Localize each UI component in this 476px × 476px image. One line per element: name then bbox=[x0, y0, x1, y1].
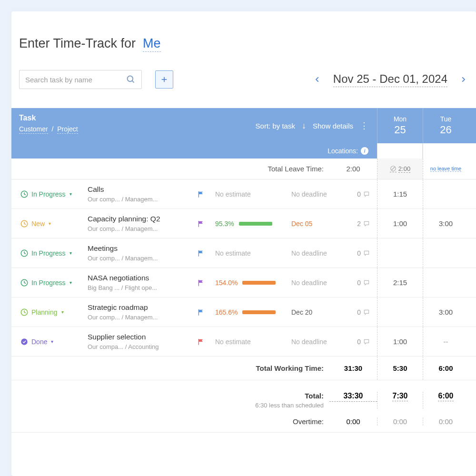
time-cell-mon[interactable]: 1:00 bbox=[377, 209, 423, 238]
comments[interactable]: 0 bbox=[348, 268, 377, 297]
grand-tue[interactable]: 6:00 bbox=[423, 392, 468, 409]
task-cell[interactable]: Capacity planning: Q2Our comp... / Manag… bbox=[88, 209, 197, 238]
time-cell-tue[interactable] bbox=[423, 238, 468, 268]
prev-week-icon[interactable] bbox=[312, 74, 323, 85]
deadline[interactable]: No deadline bbox=[291, 268, 348, 297]
grand-total[interactable]: 33:30 bbox=[329, 392, 377, 402]
show-details-toggle[interactable]: Show details bbox=[313, 122, 353, 130]
leave-mon[interactable]: 2:00 bbox=[377, 159, 423, 179]
status-selector[interactable]: In Progress▾ bbox=[11, 179, 88, 208]
comment-count: 0 bbox=[357, 308, 361, 316]
comments[interactable]: 2 bbox=[348, 209, 377, 238]
more-options-icon[interactable]: ⋮ bbox=[360, 120, 368, 131]
comment-icon bbox=[363, 250, 370, 257]
comments[interactable]: 0 bbox=[348, 327, 377, 356]
flag-cell[interactable] bbox=[197, 179, 215, 208]
target-selector[interactable]: Me bbox=[143, 36, 161, 52]
day-num: 25 bbox=[394, 124, 406, 136]
status-selector[interactable]: Done▾ bbox=[11, 327, 88, 356]
flag-cell[interactable] bbox=[197, 268, 215, 297]
flag-icon bbox=[197, 278, 205, 287]
chevron-down-icon: ▾ bbox=[69, 250, 72, 256]
time-cell-mon[interactable]: 2:15 bbox=[377, 268, 423, 297]
filter-project[interactable]: Project bbox=[57, 125, 78, 134]
deadline[interactable]: No deadline bbox=[291, 327, 348, 356]
grand-total-label: Total: bbox=[11, 392, 324, 400]
estimate-bar bbox=[242, 310, 276, 314]
comment-icon bbox=[363, 309, 370, 316]
status-selector[interactable]: New▾ bbox=[11, 209, 88, 238]
sort-direction-icon[interactable]: ↓ bbox=[302, 121, 306, 131]
flag-cell[interactable] bbox=[197, 209, 215, 238]
time-cell-tue[interactable] bbox=[423, 268, 468, 297]
chevron-down-icon: ▾ bbox=[61, 309, 64, 315]
task-name: Calls bbox=[88, 185, 197, 194]
time-cell-tue[interactable]: 3:00 bbox=[423, 298, 468, 327]
deadline[interactable]: Dec 20 bbox=[291, 298, 348, 327]
status-label: Planning bbox=[31, 308, 58, 316]
task-row: Done▾Supplier selectionOur compa... / Ac… bbox=[11, 327, 476, 357]
comment-icon bbox=[363, 338, 370, 345]
estimate-cell[interactable]: No estimate bbox=[215, 238, 291, 268]
status-icon bbox=[20, 219, 29, 228]
task-cell[interactable]: CallsOur comp... / Managem... bbox=[88, 179, 197, 208]
flag-icon bbox=[197, 249, 205, 258]
estimate-cell[interactable]: 154.0% bbox=[215, 268, 291, 297]
time-cell-mon[interactable]: 1:15 bbox=[377, 179, 423, 208]
filter-customer[interactable]: Customer bbox=[19, 125, 48, 134]
search-box[interactable] bbox=[19, 70, 142, 89]
task-name: NASA negotiations bbox=[88, 274, 197, 282]
flag-cell[interactable] bbox=[197, 327, 215, 356]
comment-count: 0 bbox=[357, 338, 361, 346]
estimate-cell[interactable]: 95.3% bbox=[215, 209, 291, 238]
sort-toggle[interactable]: Sort: by task bbox=[256, 122, 295, 130]
task-row: In Progress▾CallsOur comp... / Managem..… bbox=[11, 179, 476, 209]
estimate-cell[interactable]: No estimate bbox=[215, 179, 291, 208]
task-project: Our comp... / Managem... bbox=[88, 255, 197, 262]
next-week-icon[interactable] bbox=[458, 74, 468, 85]
search-icon[interactable] bbox=[126, 75, 136, 84]
day-header-mon[interactable]: Mon 25 bbox=[377, 108, 423, 143]
flag-cell[interactable] bbox=[197, 238, 215, 268]
info-icon[interactable]: i bbox=[361, 147, 368, 155]
estimate-cell[interactable]: No estimate bbox=[215, 327, 291, 356]
task-name: Meetings bbox=[88, 244, 197, 253]
time-cell-tue[interactable]: 3:00 bbox=[423, 209, 468, 238]
overtime-total: 0:00 bbox=[329, 417, 377, 426]
deadline[interactable]: Dec 05 bbox=[291, 209, 348, 238]
deadline[interactable]: No deadline bbox=[291, 179, 348, 208]
status-selector[interactable]: In Progress▾ bbox=[11, 238, 88, 268]
flag-icon bbox=[197, 308, 205, 317]
leave-tue[interactable]: no leave time bbox=[423, 159, 468, 179]
date-nav: Nov 25 - Dec 01, 2024 bbox=[312, 72, 468, 87]
time-cell-tue[interactable] bbox=[423, 179, 468, 208]
status-selector[interactable]: In Progress▾ bbox=[11, 268, 88, 297]
date-range[interactable]: Nov 25 - Dec 01, 2024 bbox=[333, 72, 447, 87]
grand-mon[interactable]: 7:30 bbox=[377, 392, 423, 409]
time-cell-mon[interactable] bbox=[377, 238, 423, 268]
time-cell-mon[interactable] bbox=[377, 298, 423, 327]
working-mon: 5:30 bbox=[377, 357, 423, 380]
time-cell-mon[interactable]: 1:00 bbox=[377, 327, 423, 356]
comments[interactable]: 0 bbox=[348, 298, 377, 327]
comments[interactable]: 0 bbox=[348, 179, 377, 208]
day-header-tue[interactable]: Tue 26 bbox=[423, 108, 468, 143]
svg-line-1 bbox=[132, 81, 134, 83]
task-row: In Progress▾MeetingsOur comp... / Manage… bbox=[11, 238, 476, 268]
task-cell[interactable]: NASA negotiationsBig Bang ... / Flight o… bbox=[88, 268, 197, 297]
task-cell[interactable]: Strategic roadmapOur comp... / Managem..… bbox=[88, 298, 197, 327]
task-cell[interactable]: Supplier selectionOur compa... / Account… bbox=[88, 327, 197, 356]
time-cell-tue[interactable]: -- bbox=[423, 327, 468, 356]
comment-icon bbox=[363, 191, 370, 198]
add-button[interactable] bbox=[155, 70, 173, 89]
chevron-down-icon: ▾ bbox=[49, 221, 51, 226]
svg-point-0 bbox=[128, 76, 133, 82]
task-cell[interactable]: MeetingsOur comp... / Managem... bbox=[88, 238, 197, 268]
deadline[interactable]: No deadline bbox=[291, 238, 348, 268]
estimate-cell[interactable]: 165.6% bbox=[215, 298, 291, 327]
comments[interactable]: 0 bbox=[348, 238, 377, 268]
search-input[interactable] bbox=[25, 76, 126, 84]
status-selector[interactable]: Planning▾ bbox=[11, 298, 88, 327]
no-leave-link[interactable]: no leave time bbox=[430, 166, 461, 172]
flag-cell[interactable] bbox=[197, 298, 215, 327]
